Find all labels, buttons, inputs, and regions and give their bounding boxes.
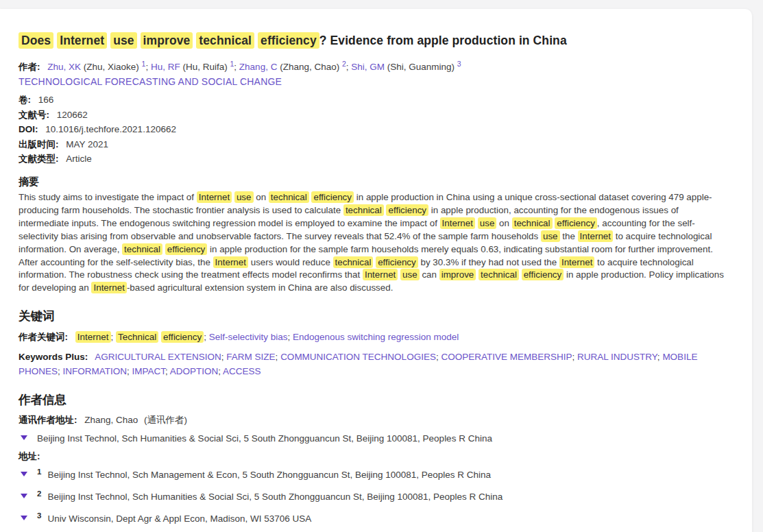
pub-date-value: MAY 2021 <box>66 139 108 149</box>
text-segment: (Zhu, Xiaoke) <box>81 62 142 72</box>
corresponding-author-row: 通讯作者地址: Zhang, Chao (通讯作者) <box>19 415 731 425</box>
text-segment: users would reduce <box>248 257 333 267</box>
abstract-text: This study aims to investigate the impac… <box>19 191 731 295</box>
highlighted-term: use <box>478 217 497 229</box>
highlighted-term: use <box>110 32 136 49</box>
highlighted-term: technical <box>196 32 254 49</box>
highlighted-term: efficiency <box>376 256 418 268</box>
link[interactable]: COOPERATIVE MEMBERSHIP <box>441 352 572 362</box>
text-segment: ; <box>58 366 63 376</box>
highlighted-term: Internet <box>440 217 475 229</box>
link[interactable]: 3 <box>457 60 461 68</box>
article-number-label: 文献号: <box>19 110 49 120</box>
text-segment: ; <box>234 62 239 72</box>
address-number: 2 <box>37 488 41 500</box>
link[interactable]: Self-selectivity bias <box>209 332 288 342</box>
link[interactable]: COMMUNICATION TECHNOLOGIES <box>280 352 436 362</box>
text-segment: ; <box>204 332 209 342</box>
corresponding-address-text: Beijing Inst Technol, Sch Humanities & S… <box>37 433 492 444</box>
chevron-down-icon[interactable] <box>21 494 27 498</box>
doi-value: 10.1016/j.techfore.2021.120662 <box>45 124 176 134</box>
link[interactable]: Zhu, XK <box>47 62 81 72</box>
abstract-heading: 摘要 <box>19 176 731 189</box>
link[interactable]: Zhang, C <box>239 62 278 72</box>
highlighted-term: use <box>541 230 560 242</box>
highlighted-term: efficiency <box>165 243 208 255</box>
link[interactable]: ADOPTION <box>170 366 219 376</box>
address-row-2: 2 Beijing Inst Technol, Sch Humanities &… <box>19 491 731 503</box>
address-text: Univ Wisconsin, Dept Agr & Appl Econ, Ma… <box>47 513 311 524</box>
highlighted-term: Internet <box>91 282 126 293</box>
text-segment: on <box>496 218 511 228</box>
highlighted-term: technical <box>122 243 162 255</box>
highlighted-term: efficiency <box>311 191 354 203</box>
text-segment: ; <box>572 352 577 362</box>
link[interactable]: Internet <box>75 331 111 343</box>
highlighted-term: technical <box>333 256 374 268</box>
text-segment: ; <box>276 352 281 362</box>
link[interactable]: INFORMATION <box>63 366 128 376</box>
doc-type-value: Article <box>66 154 92 164</box>
article-number-row: 文献号: 120662 <box>19 110 731 120</box>
author-keywords-row: 作者关键词: Internet; Technical efficiency; S… <box>19 330 731 344</box>
link[interactable]: AGRICULTURAL EXTENSION <box>95 352 221 362</box>
text-segment: (Hu, Ruifa) <box>180 62 230 72</box>
highlighted-term: technical <box>343 204 384 216</box>
link[interactable]: FARM SIZE <box>226 352 275 362</box>
corresponding-author-tag: (通讯作者) <box>144 415 187 425</box>
article-number-value: 120662 <box>57 110 88 120</box>
pub-date-label: 出版时间: <box>19 139 59 149</box>
text-segment: the <box>560 231 578 241</box>
chevron-down-icon[interactable] <box>21 516 27 520</box>
highlighted-term: improve <box>141 32 193 49</box>
link[interactable]: ACCESS <box>223 366 261 376</box>
highlighted-term: Internet <box>213 256 248 268</box>
keywords-plus-label: Keywords Plus: <box>19 352 88 362</box>
text-segment: by 30.3% if they had not used the <box>418 257 559 267</box>
volume-label: 卷: <box>19 95 31 105</box>
text-segment: can <box>420 269 439 280</box>
keywords-heading: 关键词 <box>19 308 731 324</box>
highlighted-term: efficiency <box>258 32 319 49</box>
chevron-down-icon[interactable] <box>21 435 27 440</box>
text-segment: ; <box>111 332 117 342</box>
doc-type-row: 文献类型: Article <box>19 154 731 164</box>
record-card: Does Internet use improve technical effi… <box>0 9 752 532</box>
address-text: Beijing Inst Technol, Sch Management & E… <box>47 469 491 481</box>
meta-section: 卷: 166 文献号: 120662 DOI: 10.1016/j.techfo… <box>19 95 731 164</box>
link[interactable]: IMPACT <box>132 366 166 376</box>
link[interactable]: Shi, GM <box>351 62 385 72</box>
volume-value: 166 <box>38 95 54 105</box>
link[interactable]: RURAL INDUSTRY <box>577 352 657 362</box>
highlighted-term: efficiency <box>386 204 428 216</box>
link[interactable]: efficiency <box>161 331 204 343</box>
chevron-down-icon[interactable] <box>21 472 27 476</box>
highlighted-term: efficiency <box>522 269 564 280</box>
text-segment: ; <box>287 332 293 342</box>
keywords-plus-list: AGRICULTURAL EXTENSION; FARM SIZE; COMMU… <box>19 352 697 376</box>
text-segment: ; <box>145 62 151 72</box>
highlighted-term: Internet <box>559 256 594 268</box>
journal-title[interactable]: TECHNOLOGICAL FORECASTING AND SOCIAL CHA… <box>19 76 282 87</box>
highlighted-term: improve <box>439 269 476 280</box>
highlighted-term: technical <box>269 191 309 203</box>
text-segment: (Shi, Guanming) <box>385 62 457 72</box>
keywords-plus-row: Keywords Plus: AGRICULTURAL EXTENSION; F… <box>19 350 731 378</box>
authors-label: 作者: <box>19 62 40 72</box>
link[interactable]: Technical <box>116 331 158 343</box>
author-keywords-label: 作者关键词: <box>19 332 68 342</box>
address-row-3: 3 Univ Wisconsin, Dept Agr & Appl Econ, … <box>19 513 731 524</box>
doc-type-label: 文献类型: <box>19 154 59 164</box>
address-number: 1 <box>37 466 41 478</box>
corresponding-address-row: Beijing Inst Technol, Sch Humanities & S… <box>19 433 731 444</box>
address-text: Beijing Inst Technol, Sch Humanities & S… <box>47 491 502 503</box>
link[interactable]: Hu, RF <box>151 62 180 72</box>
link[interactable]: Endogenous switching regression model <box>293 332 459 342</box>
text-segment: on <box>254 192 269 202</box>
text-segment: This study aims to investigate the impac… <box>19 192 197 202</box>
journal-title-link[interactable]: TECHNOLOGICAL FORECASTING AND SOCIAL CHA… <box>19 75 731 88</box>
address-row-1: 1 Beijing Inst Technol, Sch Management &… <box>19 469 731 481</box>
address-number: 3 <box>37 510 41 522</box>
authors-list: Zhu, XK (Zhu, Xiaoke) 1; Hu, RF (Hu, Rui… <box>47 62 461 72</box>
highlighted-term: Internet <box>578 230 613 242</box>
